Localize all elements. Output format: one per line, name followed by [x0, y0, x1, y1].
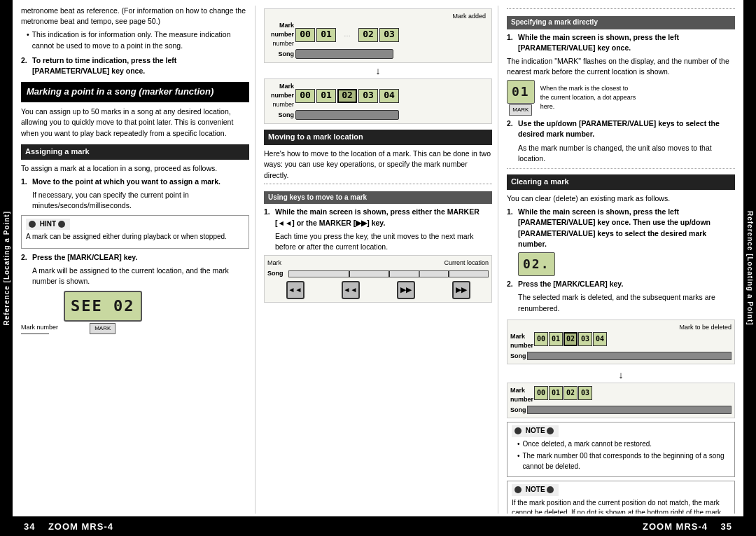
- col-right: Specifying a mark directly 1. While the …: [501, 6, 741, 514]
- footer-bar: 34 ZOOM MRS-4 ZOOM MRS-4 35: [13, 516, 743, 536]
- clear-step2-text: Press the [MARK/CLEAR] key.: [518, 279, 623, 289]
- mark-label-before: Marknumber: [510, 332, 533, 350]
- page-right: 35: [721, 521, 732, 532]
- mark-number-label-wrapper: Mark number: [21, 323, 58, 334]
- after-cells: 00 01 02 03: [534, 386, 592, 404]
- mark-diag-label: Mark: [267, 259, 281, 268]
- right-step1-text: While the main screen is shown, press th…: [518, 32, 735, 53]
- mark-pos-3: [448, 271, 449, 277]
- mid-step1-item: 1. While the main screen is shown, press…: [264, 207, 492, 228]
- song-bar-after: [527, 406, 732, 414]
- keys-section: Using keys to move to a mark: [264, 184, 492, 205]
- mark-cell2-03: 03: [358, 89, 378, 103]
- marker-btn-3[interactable]: ▶▶: [397, 281, 415, 299]
- step2b-item: 2. Press the [MARK/CLEAR] key.: [21, 252, 249, 263]
- note-item-2: The mark number 00 that corresponds to t…: [512, 451, 730, 472]
- before-song-row: Song: [510, 352, 732, 361]
- song-bar-2: [295, 110, 399, 120]
- number-label-2: number: [267, 100, 294, 109]
- marker-btn-4[interactable]: ▶▶: [452, 281, 470, 299]
- assign-para: You can assign up to 50 marks in a song …: [21, 106, 249, 139]
- mark-cell2-02: 02: [337, 89, 357, 103]
- small-lcd-wrapper: 01 MARK When the mark is the closest to …: [507, 80, 735, 116]
- acell-01: 01: [549, 386, 563, 400]
- acell-02: 02: [564, 386, 578, 400]
- specify-para: The indication "MARK" flashes on the dis…: [507, 56, 735, 77]
- mark-deleted-label: Mark to be deleted: [510, 323, 732, 332]
- song-row2: Song: [267, 110, 489, 120]
- clear-lcd-wrapper: 02.: [518, 252, 735, 276]
- mark-cell-01: 01: [316, 28, 336, 42]
- clear-step1-num: 1.: [507, 207, 515, 249]
- specify-section: Specifying a mark directly: [507, 8, 735, 29]
- lcd-sub-label: MARK: [90, 323, 115, 334]
- mark-cell-02: 02: [358, 28, 378, 42]
- song-bar-before: [527, 352, 732, 360]
- right-tab-text: Reference [Locating a Point]: [746, 211, 754, 326]
- page-left: 34: [24, 521, 35, 532]
- brand-left: ZOOM MRS-4: [48, 521, 113, 532]
- mark-added-label: Mark added: [267, 12, 489, 21]
- current-loc-label: Current location: [444, 259, 489, 268]
- marker-diagram: Mark Current location Song: [264, 255, 492, 303]
- mark-number-label: Mark number: [21, 323, 58, 332]
- after-song-row: Song: [510, 406, 732, 415]
- before-cells: 00 01 02 03 04: [534, 332, 607, 350]
- right-step1-num: 1.: [507, 32, 515, 53]
- note-title-bottom: NOTE: [512, 484, 559, 496]
- note-dot-bottom-1: [514, 486, 522, 493]
- right-step2-text: Use the up/down [PARAMETER/VALUE] keys t…: [518, 118, 735, 139]
- keys-section-label: Using keys to move to a mark: [264, 191, 492, 205]
- clear-section-header: Clearing a mark: [507, 174, 735, 190]
- song-bar-label: Song: [267, 269, 287, 278]
- before-diagram: Mark to be deleted Marknumber 00 01 02 0…: [507, 319, 735, 364]
- mark-diagram-row2: Mark number number 00 01 02 03 04: [267, 82, 489, 109]
- song-label-after: Song: [510, 406, 526, 415]
- song-bar-1: [295, 49, 393, 59]
- number-label-1: number: [267, 39, 294, 48]
- song-position-bar: [288, 270, 489, 277]
- mark-cells-row2: 00 01 02 03 04: [295, 89, 399, 103]
- moving-section-header: Moving to a mark location: [264, 130, 492, 145]
- specify-header: Specifying a mark directly: [507, 16, 735, 29]
- after-marks-row: Marknumber 00 01 02 03: [510, 386, 732, 404]
- mark-cell-gap: …: [337, 28, 357, 42]
- main-content: metronome beat as reference. (For inform…: [13, 0, 743, 536]
- song-label-1: Song: [267, 50, 294, 59]
- right-step2-note: As the mark number is changed, the unit …: [507, 143, 735, 164]
- lcd-display: SEE 02: [64, 291, 141, 322]
- before-marks-row: Marknumber 00 01 02 03 04: [510, 332, 732, 350]
- mark-cell-00: 00: [295, 28, 315, 42]
- note-title-1: NOTE: [512, 425, 559, 437]
- delete-diagrams: Mark to be deleted Marknumber 00 01 02 0…: [507, 317, 735, 367]
- mark-pos-1: [349, 271, 350, 277]
- footer-right: ZOOM MRS-4 35: [643, 521, 732, 532]
- small-lcd-container: 01 MARK: [507, 80, 535, 116]
- lcd-display-wrapper: SEE 02 MARK: [64, 291, 141, 334]
- col-mid: Mark added Mark number number 00 01 … 02…: [258, 6, 498, 514]
- step2-wrapper: 2. To return to time indication, press t…: [21, 55, 249, 76]
- note-dot-bottom-2: [547, 486, 554, 493]
- right-side-tab: Reference [Locating a Point]: [743, 0, 756, 536]
- step1-note: If necessary, you can specify the curren…: [21, 190, 249, 211]
- step2-num: 2.: [21, 55, 29, 76]
- moving-para: Here's how to move to the location of a …: [264, 149, 492, 181]
- step2-item: 2. To return to time indication, press t…: [21, 55, 249, 76]
- mark-cell-03: 03: [379, 28, 399, 42]
- right-step1-item: 1. While the main screen is shown, press…: [507, 32, 735, 53]
- bullet-1: This indication is for information only.…: [21, 29, 249, 50]
- step2b-num: 2.: [21, 252, 29, 263]
- marker-btn-1[interactable]: ◄◄: [286, 281, 304, 299]
- clear-step2-item: 2. Press the [MARK/CLEAR] key.: [507, 279, 735, 289]
- song-label-before: Song: [510, 352, 526, 361]
- brand-right: ZOOM MRS-4: [643, 521, 708, 532]
- marker-buttons-row: ◄◄ ◄◄ ▶▶ ▶▶: [267, 281, 489, 299]
- note-bottom-text: If the mark position and the current pos…: [512, 498, 730, 514]
- mark-diagram-1: Mark added Mark number number 00 01 … 02…: [264, 8, 492, 63]
- hint-title: HINT: [26, 219, 70, 231]
- mark-label-1: Mark number number: [267, 21, 294, 48]
- acell-03: 03: [578, 386, 592, 400]
- marker-btn-2[interactable]: ◄◄: [342, 281, 360, 299]
- clear-step2-num: 2.: [507, 279, 515, 289]
- mark-label-2: Mark number number: [267, 82, 294, 109]
